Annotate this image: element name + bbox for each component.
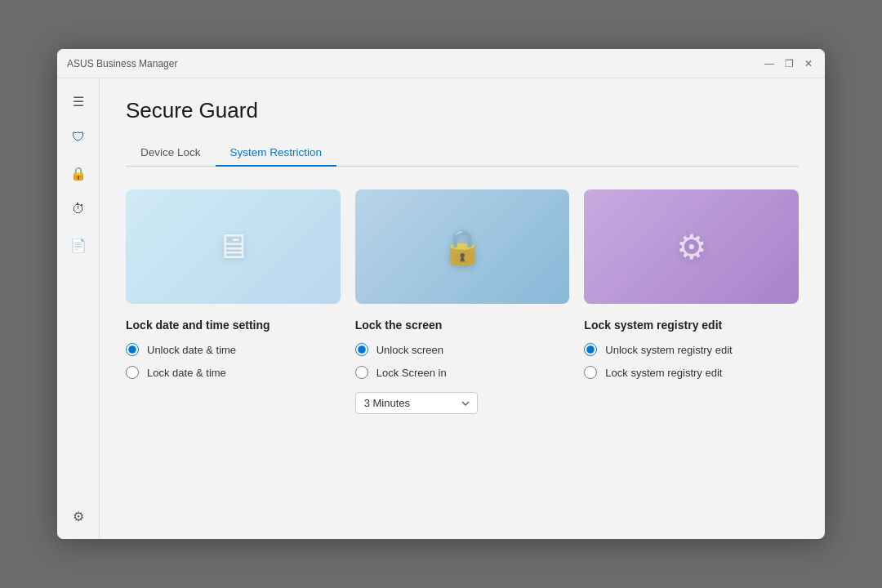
lock-datetime-radio[interactable] [126,366,139,379]
sidebar-item-file[interactable]: 📄 [64,230,93,260]
lock-registry-label: Lock system registry edit [605,367,722,379]
unlock-screen-option[interactable]: Unlock screen [355,343,570,356]
unlock-registry-radio[interactable] [584,343,597,356]
settings-icon: ⚙ [73,509,84,524]
sidebar-hamburger[interactable]: ☰ [64,87,93,116]
hamburger-icon: ☰ [73,94,84,109]
window-controls: — ❐ ✕ [763,57,815,70]
sidebar-item-lock[interactable]: 🔒 [64,158,93,188]
sidebar-item-secure-guard[interactable]: 🛡 [64,122,93,152]
sidebar-settings[interactable]: ⚙ [64,501,93,531]
datetime-card: 🖥 [126,189,341,304]
screen-card: 🔒 [355,189,570,304]
main-content: Secure Guard Device Lock System Restrict… [100,78,825,539]
unlock-screen-label: Unlock screen [376,344,443,356]
lock-screen-in-option[interactable]: Lock Screen in [355,366,570,379]
screen-group-title: Lock the screen [355,318,570,332]
file-icon: 📄 [70,238,87,253]
maximize-button[interactable]: ❐ [782,57,795,70]
unlock-datetime-label: Unlock date & time [147,344,236,356]
lock-registry-radio[interactable] [584,366,597,379]
cards-row: 🖥 🔒 ⚙ [126,189,799,304]
registry-card-icon: ⚙ [676,227,707,267]
main-layout: ☰ 🛡 🔒 ⏱ 📄 ⚙ Secure Guard Device Loc [57,78,825,539]
lock-datetime-label: Lock date & time [147,367,226,379]
lock-screen-in-radio[interactable] [355,366,368,379]
datetime-card-icon: 🖥 [216,227,250,266]
sidebar: ☰ 🛡 🔒 ⏱ 📄 ⚙ [57,78,100,539]
datetime-group-title: Lock date and time setting [126,318,341,332]
screen-card-icon: 🔒 [441,227,483,267]
history-icon: ⏱ [72,202,85,216]
screen-timeout-dropdown[interactable]: 1 Minute 3 Minutes 5 Minutes 10 Minutes … [355,392,478,414]
registry-group-title: Lock system registry edit [584,318,799,332]
unlock-datetime-radio[interactable] [126,343,139,356]
lock-screen-in-label: Lock Screen in [376,367,447,379]
tab-system-restriction[interactable]: System Restriction [216,140,337,167]
minimize-button[interactable]: — [763,57,776,70]
lock-registry-option[interactable]: Lock system registry edit [584,366,799,379]
unlock-registry-option[interactable]: Unlock system registry edit [584,343,799,356]
unlock-screen-radio[interactable] [355,343,368,356]
page-title: Secure Guard [126,98,799,123]
app-title: ASUS Business Manager [67,58,177,69]
registry-option-group: Lock system registry edit Unlock system … [584,318,799,414]
dropdown-row: 1 Minute 3 Minutes 5 Minutes 10 Minutes … [355,392,570,414]
close-button[interactable]: ✕ [802,57,815,70]
registry-card: ⚙ [584,189,799,304]
tab-device-lock[interactable]: Device Lock [126,140,216,167]
lock-datetime-option[interactable]: Lock date & time [126,366,341,379]
unlock-registry-label: Unlock system registry edit [605,344,732,356]
unlock-datetime-option[interactable]: Unlock date & time [126,343,341,356]
secure-guard-icon: 🛡 [72,130,85,145]
datetime-option-group: Lock date and time setting Unlock date &… [126,318,341,414]
title-bar: ASUS Business Manager — ❐ ✕ [57,49,825,78]
options-row: Lock date and time setting Unlock date &… [126,318,799,414]
tab-bar: Device Lock System Restriction [126,140,799,167]
sidebar-item-history[interactable]: ⏱ [64,194,93,224]
app-window: ASUS Business Manager — ❐ ✕ ☰ 🛡 🔒 ⏱ 📄 [57,49,825,539]
screen-option-group: Lock the screen Unlock screen Lock Scree… [355,318,570,414]
lock-icon: 🔒 [70,166,87,181]
